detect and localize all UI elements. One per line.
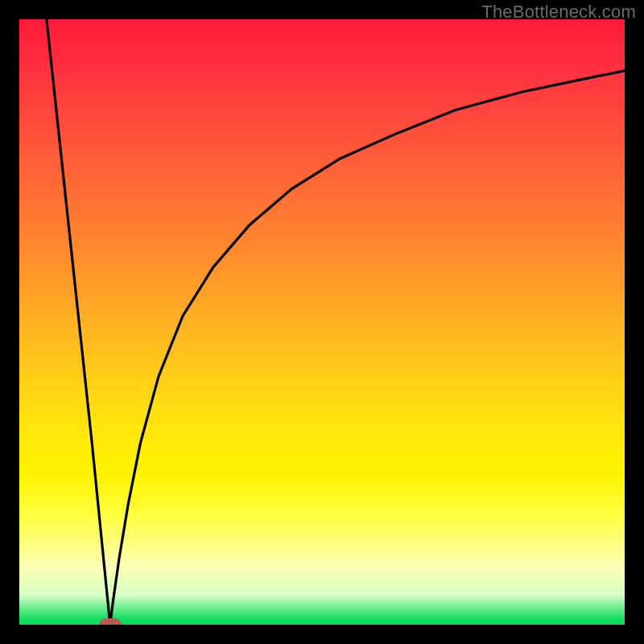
chart-frame: TheBottleneck.com [0, 0, 644, 644]
curve-layer [19, 19, 625, 625]
watermark-text: TheBottleneck.com [481, 2, 636, 23]
curve-left-branch [47, 19, 110, 625]
plot-area [19, 19, 625, 625]
curve-right-branch [110, 71, 625, 625]
minimum-marker [99, 618, 122, 625]
